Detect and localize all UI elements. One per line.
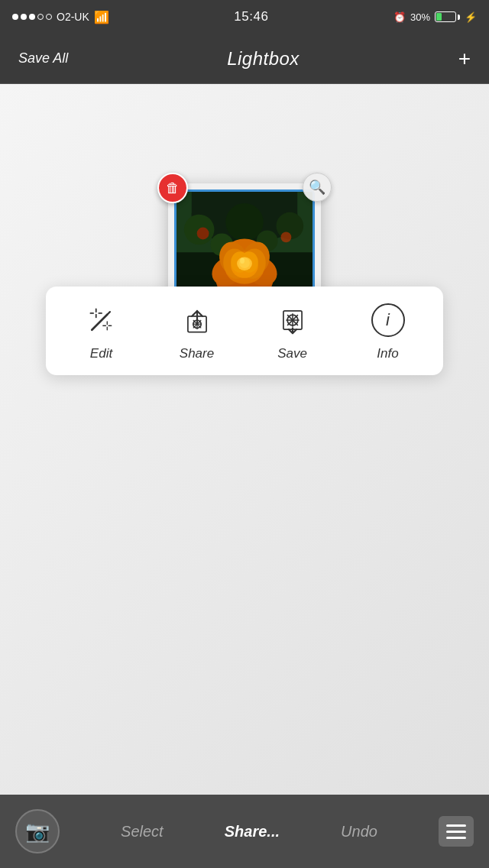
menu-line-2 — [446, 831, 466, 833]
camera-button[interactable]: 📷 — [15, 809, 60, 853]
edit-icon — [86, 305, 117, 335]
svg-point-27 — [197, 228, 209, 240]
info-label: Info — [377, 346, 398, 361]
save-all-button[interactable]: Save All — [18, 50, 68, 66]
svg-point-28 — [280, 232, 291, 243]
signal-dot-1 — [12, 14, 18, 20]
nav-title: Lightbox — [227, 48, 300, 70]
battery-body — [435, 11, 456, 22]
status-bar: O2-UK 📶 15:46 ⏰ 30% ⚡ — [0, 0, 489, 34]
camera-icon: 📷 — [25, 820, 50, 844]
menu-line-3 — [446, 837, 466, 839]
status-right: ⏰ 30% ⚡ — [393, 11, 477, 23]
svg-point-26 — [240, 257, 244, 264]
signal-dot-3 — [29, 14, 35, 20]
battery-tip — [458, 15, 460, 20]
main-content: 🗑 🔍 — [0, 84, 489, 795]
alarm-icon: ⏰ — [393, 11, 406, 23]
toolbar-share-button[interactable]: Share... — [225, 823, 280, 840]
share-icon-wrap — [177, 300, 217, 340]
signal-dots — [12, 14, 52, 20]
battery-fill — [436, 13, 442, 21]
signal-dot-5 — [46, 14, 52, 20]
action-menu: Edit Share — [46, 287, 443, 375]
battery-percent: 30% — [410, 11, 430, 23]
info-icon-wrap: i — [368, 300, 408, 340]
charging-icon: ⚡ — [465, 11, 477, 23]
signal-dot-2 — [21, 14, 27, 20]
delete-button[interactable]: 🗑 — [157, 173, 188, 203]
menu-line-1 — [446, 824, 466, 827]
carrier-label: O2-UK — [57, 11, 89, 23]
signal-dot-4 — [37, 14, 44, 20]
save-icon — [278, 306, 307, 335]
wifi-icon: 📶 — [94, 10, 109, 24]
zoom-button[interactable]: 🔍 — [303, 173, 332, 202]
share-label: Share — [180, 346, 214, 361]
status-time: 15:46 — [234, 9, 268, 24]
zoom-icon: 🔍 — [309, 179, 325, 196]
menu-button[interactable] — [439, 816, 474, 847]
save-icon-wrap — [273, 300, 313, 340]
info-icon: i — [371, 303, 405, 337]
select-button[interactable]: Select — [121, 823, 164, 840]
trash-icon: 🗑 — [166, 180, 180, 196]
bottom-toolbar: 📷 Select Share... Undo — [0, 795, 489, 868]
share-icon — [183, 306, 212, 335]
edit-label: Edit — [90, 346, 112, 361]
share-action[interactable]: Share — [149, 300, 244, 361]
undo-button[interactable]: Undo — [341, 823, 377, 840]
nav-bar: Save All Lightbox + — [0, 34, 489, 84]
svg-point-6 — [225, 203, 263, 241]
edit-icon-wrap — [82, 300, 121, 340]
add-button[interactable]: + — [458, 48, 471, 70]
edit-action[interactable]: Edit — [53, 300, 149, 361]
status-left: O2-UK 📶 — [12, 10, 109, 24]
save-action[interactable]: Save — [244, 300, 340, 361]
battery-indicator — [435, 11, 460, 22]
svg-line-30 — [107, 312, 110, 315]
save-label: Save — [277, 346, 307, 361]
info-action[interactable]: i Info — [340, 300, 436, 361]
svg-line-29 — [92, 315, 107, 330]
